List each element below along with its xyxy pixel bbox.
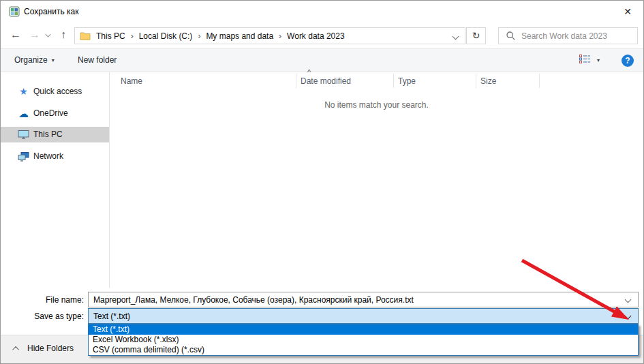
back-icon[interactable]: ← [10,29,21,41]
sort-ascending-icon: ^ [307,68,311,76]
window-title: Сохранить как [24,7,78,16]
dropdown-option-xlsx[interactable]: Excel Workbook (*.xlsx) [89,335,638,345]
column-separator[interactable] [296,74,296,88]
file-name-input[interactable] [89,295,626,305]
breadcrumb-local-disk[interactable]: Local Disk (C:) [139,31,193,41]
network-icon [18,151,29,162]
app-icon [9,6,20,17]
save-as-type-dropdown-icon[interactable] [625,313,632,320]
forward-icon: → [29,29,40,41]
hide-folders-button[interactable]: Hide Folders [14,344,74,353]
column-header-date-modified[interactable]: Date modified [301,76,351,86]
file-list-header: ^ Name Date modified Type Size [110,72,643,89]
up-icon[interactable]: ↑ [61,29,66,41]
search-icon [506,31,515,40]
recent-locations-icon[interactable] [46,32,51,37]
sidebar-item-this-pc[interactable]: This PC [1,127,109,142]
column-separator[interactable] [476,74,476,88]
sidebar-item-label: This PC [33,130,63,139]
breadcrumb-work-data[interactable]: Work data 2023 [287,31,345,41]
sidebar-item-network[interactable]: Network [1,149,109,164]
column-separator[interactable] [393,74,394,88]
save-as-type-label: Save as type: [1,312,84,321]
sidebar-item-quick-access[interactable]: ★ Quick access [1,84,109,100]
breadcrumb-separator-icon: › [125,31,139,41]
new-folder-button[interactable]: New folder [78,49,117,72]
save-as-dialog: Сохранить как ✕ ← → ↑ This PC › Local Di… [0,0,644,364]
command-toolbar: Organize▾ New folder ▾ ? [1,48,643,72]
quick-access-icon: ★ [18,86,29,97]
save-as-type-dropdown-list: Text (*.txt) Excel Workbook (*.xlsx) CSV… [88,324,639,356]
save-as-type-value: Text (*.txt) [89,312,626,321]
close-icon[interactable]: ✕ [617,3,638,20]
breadcrumb-this-pc[interactable]: This PC [96,31,125,41]
organize-caret-icon: ▾ [52,57,55,63]
file-name-dropdown-icon[interactable] [625,297,632,303]
sidebar-item-label: Quick access [33,87,82,96]
sidebar: ★ Quick access ☁ OneDrive This PC Networ… [1,72,110,288]
column-header-size[interactable]: Size [480,76,496,86]
address-bar[interactable]: This PC › Local Disk (C:) › My maps and … [74,27,465,44]
hide-folders-label: Hide Folders [27,344,74,353]
sidebar-item-label: Network [33,151,63,161]
this-pc-monitor-icon [18,129,29,140]
address-dropdown-icon[interactable] [453,33,459,40]
file-name-combobox [88,292,639,307]
empty-folder-message: No items match your search. [110,100,643,110]
refresh-icon: ↻ [472,30,480,41]
help-icon: ? [625,56,630,65]
chevron-up-icon [12,346,19,353]
views-caret-icon[interactable]: ▾ [597,57,600,63]
breadcrumb-my-maps[interactable]: My maps and data [206,31,273,41]
titlebar: Сохранить как ✕ [1,1,643,22]
dropdown-option-csv[interactable]: CSV (comma delimited) (*.csv) [89,345,638,355]
navigation-bar: ← → ↑ This PC › Local Disk (C:) › My map… [1,22,643,48]
folder-icon [80,31,91,41]
search-input[interactable] [521,31,637,41]
breadcrumb-separator-icon: › [273,31,287,41]
column-header-name[interactable]: Name [121,76,142,86]
sidebar-item-label: OneDrive [33,108,68,118]
column-header-type[interactable]: Type [398,76,416,86]
organize-label: Organize [14,55,48,65]
new-folder-label: New folder [78,55,117,65]
refresh-button[interactable]: ↻ [466,27,486,44]
help-button[interactable]: ? [622,55,634,67]
search-box [498,27,638,44]
organize-button[interactable]: Organize▾ [14,49,55,72]
breadcrumb-separator-icon: › [192,31,206,41]
column-separator[interactable] [539,74,540,88]
onedrive-cloud-icon: ☁ [18,108,29,119]
file-name-label: File name: [1,295,84,305]
save-as-type-combobox[interactable]: Text (*.txt) [88,308,639,324]
views-icon[interactable] [579,55,591,63]
sidebar-item-onedrive[interactable]: ☁ OneDrive [1,106,109,121]
dropdown-option-txt[interactable]: Text (*.txt) [89,324,638,335]
